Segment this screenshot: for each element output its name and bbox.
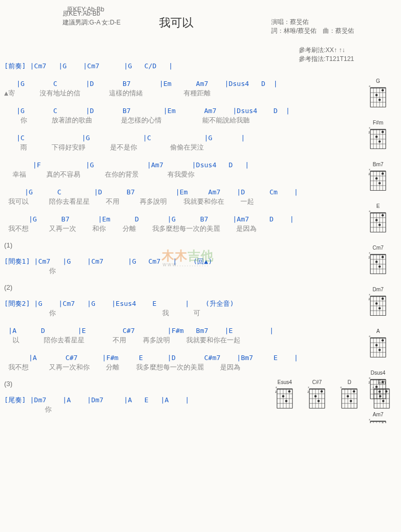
chord-diagram-g: G o bbox=[362, 78, 394, 112]
chord-label: E bbox=[362, 203, 394, 209]
svg-point-47 bbox=[382, 172, 384, 175]
svg-point-197 bbox=[321, 390, 323, 392]
svg-point-113 bbox=[379, 349, 381, 351]
svg-text:x: x bbox=[369, 168, 370, 171]
svg-point-12 bbox=[375, 94, 378, 96]
svg-text:x: x bbox=[308, 386, 309, 389]
svg-point-213 bbox=[350, 400, 352, 402]
chord-label: Dm7 bbox=[362, 287, 394, 292]
chord-diagram-cm7: Cm7 2 x bbox=[362, 245, 394, 278]
lyric-line: 我不想 又再一次 和你 分離 我多麼想每一次的美麗 是因為 bbox=[4, 225, 348, 234]
lyricist-composer: 詞：林唯/蔡旻佑 曲：蔡旻佑 bbox=[271, 27, 354, 35]
svg-point-95 bbox=[375, 302, 378, 304]
chord-label: Cm7 bbox=[362, 245, 394, 251]
chord-label: Em bbox=[371, 379, 393, 385]
chord-label: D bbox=[338, 379, 360, 385]
svg-point-29 bbox=[379, 140, 381, 142]
svg-text:o: o bbox=[369, 85, 370, 88]
svg-point-195 bbox=[314, 395, 317, 397]
svg-point-80 bbox=[382, 256, 384, 258]
svg-text:2: 2 bbox=[308, 390, 309, 393]
chord-label: A bbox=[362, 328, 394, 334]
svg-text:2: 2 bbox=[369, 256, 370, 259]
svg-text:o: o bbox=[369, 335, 370, 338]
chord-line: |G C |D B7 |Em Am7 |Dsus4 D | bbox=[4, 107, 348, 116]
lyric-line: 我可以 陪你去看星星 不用 再多說明 我就要和你在 一起 bbox=[4, 197, 348, 207]
chord-diagram-fsharpm: F#m 2 x bbox=[362, 120, 394, 153]
svg-point-97 bbox=[382, 298, 384, 300]
chord-line: |A D |E C#7 |F#m Bm7 |E | bbox=[4, 327, 348, 336]
section-number: (2) bbox=[4, 283, 348, 291]
svg-point-13 bbox=[379, 98, 381, 101]
svg-text:2: 2 bbox=[275, 390, 277, 393]
chord-line: |G C |D B7 |Em Am7 |D Cm | bbox=[4, 188, 348, 197]
svg-point-196 bbox=[318, 400, 320, 402]
chord-line: |C |G |C |G | bbox=[4, 134, 348, 143]
chord-diagram-em: Em x bbox=[371, 379, 393, 413]
chord-label: Esus4 bbox=[274, 379, 296, 385]
lyric-line: 你 放著誰的歌曲 是怎樣的心情 能不能說給我聽 bbox=[4, 116, 348, 126]
chord-diagram-bm7: Bm7 2 x bbox=[362, 162, 394, 195]
svg-point-63 bbox=[379, 224, 381, 226]
chord-label: C#7 bbox=[306, 379, 328, 385]
svg-point-28 bbox=[375, 135, 378, 138]
svg-text:x: x bbox=[369, 293, 370, 296]
chord-diagram-esus4: Esus4 2 o bbox=[274, 379, 296, 413]
chord-line: |G B7 |Em D |G B7 |Am7 D | bbox=[4, 215, 348, 225]
svg-point-96 bbox=[379, 307, 381, 309]
chord-diagram-csharp7: C#7 2 x bbox=[306, 379, 328, 413]
svg-point-62 bbox=[375, 219, 378, 221]
lyric-line: 以 陪你去看星星 不用 再多說明 我就要和你在一起 bbox=[4, 336, 348, 345]
chord-diagram-a: A o bbox=[362, 328, 394, 362]
svg-text:2: 2 bbox=[369, 172, 370, 176]
suggest-key: 建議男調:G-A 女:D-E bbox=[63, 18, 120, 27]
svg-point-228 bbox=[379, 395, 381, 397]
lyric-line: 幸福 真的不容易 在你的背景 有我愛你 bbox=[4, 170, 348, 180]
section-number: (1) bbox=[4, 241, 348, 249]
svg-point-114 bbox=[382, 339, 384, 341]
svg-point-78 bbox=[375, 261, 378, 263]
chord-line: |A C#7 |F#m E |D C#m7 |Bm7 E | bbox=[4, 354, 348, 363]
chord-line: [間奏2] |G |Cm7 |G |Esus4 E | (升全音) bbox=[4, 300, 348, 309]
svg-text:o: o bbox=[369, 377, 370, 379]
chord-diagram-dm7: Dm7 2 x bbox=[362, 287, 394, 320]
svg-text:x: x bbox=[372, 386, 374, 389]
svg-text:2: 2 bbox=[369, 131, 370, 134]
ref-finger: 參考指法:T121T121 bbox=[299, 55, 354, 64]
svg-point-214 bbox=[353, 390, 355, 392]
lyric-line: 雨 下得好安靜 是不是你 偷偷在哭泣 bbox=[4, 143, 348, 153]
svg-text:o: o bbox=[340, 386, 342, 389]
svg-point-45 bbox=[375, 177, 378, 179]
chord-diagram-e: E o bbox=[362, 203, 394, 237]
svg-text:o: o bbox=[369, 210, 370, 213]
svg-point-30 bbox=[382, 131, 384, 133]
chord-label: Dsus4 bbox=[362, 370, 394, 376]
watermark-url: www............. bbox=[163, 262, 209, 267]
chord-label: G bbox=[362, 78, 394, 84]
svg-point-64 bbox=[382, 214, 384, 216]
lyric-line: 你 我 可 bbox=[4, 309, 348, 318]
svg-point-229 bbox=[382, 400, 384, 402]
svg-point-178 bbox=[282, 395, 284, 397]
lyric-line: 我不想 又再一次和你 分離 我多麼想每一次的美麗 是因為 bbox=[4, 363, 348, 373]
svg-point-79 bbox=[379, 265, 381, 267]
chord-diagram-d: D o bbox=[338, 379, 360, 413]
svg-text:x: x bbox=[369, 418, 370, 421]
svg-point-147 bbox=[382, 423, 384, 423]
chord-line: |G C |D B7 |Em Am7 |Dsus4 D | bbox=[4, 80, 348, 89]
svg-point-112 bbox=[375, 344, 378, 346]
svg-point-212 bbox=[347, 395, 349, 397]
svg-text:o: o bbox=[275, 386, 277, 389]
svg-point-230 bbox=[385, 390, 387, 392]
original-key-line: 原KEY:Ab-Bb bbox=[63, 9, 120, 18]
svg-point-46 bbox=[379, 182, 381, 184]
singer: 演唱：蔡旻佑 bbox=[271, 18, 354, 27]
svg-text:x: x bbox=[369, 252, 370, 254]
lyric-line: 你 bbox=[4, 267, 348, 276]
svg-point-180 bbox=[288, 390, 290, 392]
chord-label: Bm7 bbox=[362, 162, 394, 167]
svg-point-179 bbox=[285, 400, 287, 402]
chord-line: [前奏] |Cm7 |G |Cm7 |G C/D | bbox=[4, 62, 348, 71]
ref-strum: 參考刷法:XX↑ ↑↓ bbox=[299, 46, 354, 55]
svg-point-14 bbox=[382, 89, 384, 91]
